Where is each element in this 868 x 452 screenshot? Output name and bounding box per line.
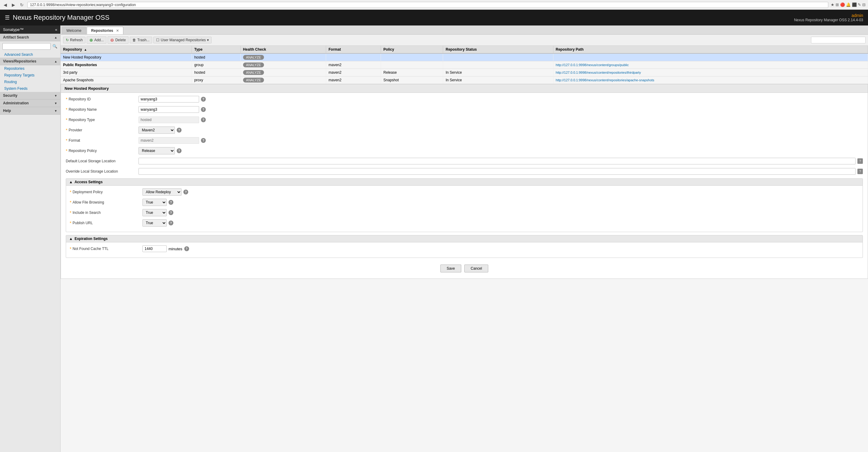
- col-path[interactable]: Repository Path: [553, 46, 868, 53]
- sidebar-section-artifact-search[interactable]: Artifact Search ▲: [0, 34, 60, 41]
- repo-path-link[interactable]: http://127.0.0.1:9998/nexus/content/repo…: [556, 78, 654, 82]
- main-layout: Sonatype™ « Artifact Search ▲ 🔍 Advanced…: [0, 26, 868, 452]
- allow-browsing-help-icon[interactable]: ?: [168, 200, 173, 205]
- default-storage-icon[interactable]: ?: [858, 158, 863, 164]
- sidebar-advanced-search-link[interactable]: Advanced Search: [0, 52, 60, 58]
- col-type[interactable]: Type: [191, 46, 240, 53]
- repo-path-link[interactable]: http://127.0.0.1:9998/nexus/content/grou…: [556, 63, 629, 67]
- artifact-search-input[interactable]: [2, 43, 51, 50]
- analyze-button[interactable]: ANALYZE: [243, 78, 264, 83]
- sidebar-search-area: 🔍: [0, 41, 60, 52]
- table-row[interactable]: Apache Snapshots proxy ANALYZE maven2 Sn…: [61, 77, 868, 84]
- col-repository[interactable]: Repository ▲: [61, 46, 191, 53]
- repo-format-cell: [326, 53, 381, 61]
- sidebar-section-views-repos[interactable]: Views/Repositories ▲: [0, 58, 60, 65]
- repo-name-help-icon[interactable]: ?: [201, 107, 206, 112]
- sidebar-item-repositories[interactable]: Repositories: [0, 65, 60, 72]
- required-star-icon: *: [70, 210, 71, 215]
- save-button[interactable]: Save: [440, 264, 461, 273]
- toolbar-search-input[interactable]: [811, 37, 866, 44]
- help-label: Help: [3, 109, 11, 113]
- deployment-policy-select[interactable]: Allow Redeploy Disable Redeploy Read Onl…: [143, 188, 182, 196]
- default-storage-field: ?: [138, 158, 863, 164]
- sidebar-collapse-icon[interactable]: «: [55, 27, 57, 32]
- tab-welcome[interactable]: Welcome: [62, 27, 86, 34]
- format-help-icon[interactable]: ?: [201, 138, 206, 143]
- access-settings-header[interactable]: ▲ Access Settings: [66, 179, 863, 186]
- sidebar-item-repository-targets[interactable]: Repository Targets: [0, 72, 60, 79]
- refresh-label: Refresh: [70, 38, 83, 42]
- cancel-button[interactable]: Cancel: [464, 264, 488, 273]
- include-search-help-icon[interactable]: ?: [168, 210, 173, 215]
- url-bar[interactable]: [27, 2, 828, 8]
- col-policy[interactable]: Policy: [381, 46, 443, 53]
- required-star-icon: *: [70, 246, 71, 251]
- allow-browsing-select[interactable]: True False: [143, 199, 167, 206]
- repo-path-link[interactable]: http://127.0.0.1:9998/nexus/content/repo…: [556, 71, 641, 74]
- sidebar-section-security[interactable]: Security ▼: [0, 92, 60, 100]
- repo-name-input[interactable]: [138, 106, 199, 113]
- publish-url-label-text: Publish URL: [72, 221, 93, 225]
- deployment-policy-label: * Deployment Policy: [70, 190, 143, 194]
- repo-id-help-icon[interactable]: ?: [201, 97, 206, 102]
- add-button[interactable]: ⊕ Add...: [87, 36, 106, 44]
- col-health-label: Health Check: [243, 47, 266, 52]
- sidebar-section-help[interactable]: Help ▼: [0, 107, 60, 115]
- hamburger-icon[interactable]: ☰: [5, 14, 10, 21]
- default-storage-input[interactable]: [138, 158, 856, 164]
- app-version-label: Nexus Repository Manager OSS 2.14.4-03: [794, 18, 863, 22]
- col-repository-label: Repository: [63, 47, 82, 52]
- publish-url-help-icon[interactable]: ?: [168, 221, 173, 225]
- table-row[interactable]: New Hosted Repository hosted ANALYZE: [61, 53, 868, 61]
- form-row-override-storage: Override Local Storage Location ?: [66, 167, 863, 175]
- repo-path-cell: http://127.0.0.1:9998/nexus/content/grou…: [553, 61, 868, 69]
- analyze-button[interactable]: ANALYZE: [243, 55, 264, 60]
- trash-button[interactable]: 🗑 Trash...: [130, 37, 152, 44]
- search-icon[interactable]: 🔍: [53, 44, 57, 49]
- not-found-ttl-help-icon[interactable]: ?: [184, 246, 189, 251]
- provider-help-icon[interactable]: ?: [177, 128, 182, 133]
- repo-id-label: * Repository ID: [66, 97, 138, 102]
- col-format[interactable]: Format: [326, 46, 381, 53]
- repo-type-help-icon[interactable]: ?: [201, 117, 206, 122]
- table-row[interactable]: Public Repositories group ANALYZE maven2…: [61, 61, 868, 69]
- col-status[interactable]: Repository Status: [443, 46, 553, 53]
- table-row[interactable]: 3rd party hosted ANALYZE maven2 Release …: [61, 69, 868, 77]
- repo-policy-help-icon[interactable]: ?: [177, 148, 182, 153]
- tab-close-icon[interactable]: ✕: [116, 29, 119, 32]
- refresh-toolbar-button[interactable]: ↻ Refresh: [63, 37, 86, 44]
- sidebar-item-system-feeds[interactable]: System Feeds: [0, 85, 60, 92]
- tab-repositories[interactable]: Repositories ✕: [87, 27, 123, 34]
- delete-icon: ⊖: [110, 38, 114, 43]
- form-row-not-found-ttl: * Not Found Cache TTL minutes ?: [70, 245, 859, 253]
- repo-policy-select[interactable]: Release Snapshot Mixed: [138, 147, 175, 154]
- analyze-button[interactable]: ANALYZE: [243, 62, 264, 67]
- override-storage-field: ?: [138, 168, 863, 175]
- override-storage-input[interactable]: [138, 168, 856, 175]
- override-storage-icon[interactable]: ?: [858, 169, 863, 174]
- repo-policy-field: Release Snapshot Mixed ?: [138, 147, 863, 154]
- expiration-settings-header[interactable]: ▲ Expiration Settings: [66, 235, 863, 243]
- repo-id-input[interactable]: [138, 96, 199, 103]
- sidebar-item-routing[interactable]: Routing: [0, 79, 60, 85]
- forward-button[interactable]: ▶: [10, 2, 17, 8]
- repo-type-cell: group: [191, 61, 240, 69]
- form-buttons: Save Cancel: [66, 261, 863, 276]
- provider-select[interactable]: Maven2: [138, 126, 175, 134]
- required-star-icon: *: [66, 107, 67, 112]
- delete-button[interactable]: ⊖ Delete: [107, 36, 128, 44]
- sidebar-section-administration[interactable]: Administration ▼: [0, 100, 60, 107]
- deployment-policy-help-icon[interactable]: ?: [183, 190, 188, 194]
- include-search-select[interactable]: True False: [143, 209, 167, 216]
- user-managed-button[interactable]: ☐ User Managed Repositories ▾: [153, 37, 212, 44]
- back-button[interactable]: ◀: [2, 2, 8, 8]
- required-star-icon: *: [70, 221, 71, 225]
- provider-label: * Provider: [66, 128, 138, 133]
- artifact-search-label: Artifact Search: [3, 35, 29, 39]
- not-found-ttl-input[interactable]: [143, 246, 167, 252]
- col-health-check[interactable]: Health Check: [240, 46, 326, 53]
- repo-type-cell: proxy: [191, 77, 240, 84]
- publish-url-select[interactable]: True False: [143, 219, 167, 227]
- refresh-button[interactable]: ↻: [19, 2, 25, 8]
- analyze-button[interactable]: ANALYZE: [243, 70, 264, 75]
